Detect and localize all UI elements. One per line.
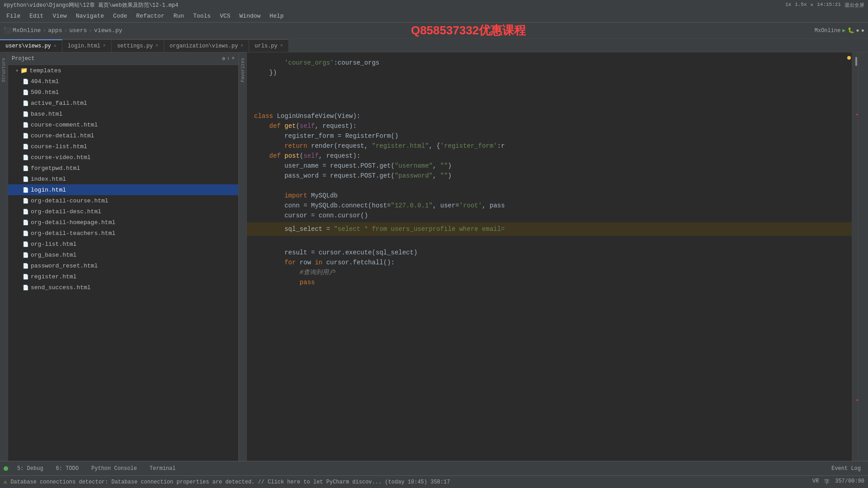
breadcrumb-views[interactable]: views.py: [94, 27, 122, 34]
tab-org-views[interactable]: organization\views.py ×: [164, 39, 249, 52]
tree-label-course-comment: course-comment.html: [31, 122, 98, 128]
folder-expand-icon: ▾: [15, 67, 19, 74]
tree-item-org-detail-desc[interactable]: 📄 org-detail-desc.html: [8, 206, 238, 217]
menu-edit[interactable]: Edit: [26, 12, 47, 20]
tree-label-base: base.html: [31, 111, 62, 117]
speed-1x[interactable]: 1x: [785, 2, 791, 9]
tab-close-settings[interactable]: ×: [156, 43, 158, 48]
file-icon-course-detail: 📄: [23, 133, 29, 139]
file-icon-login: 📄: [23, 187, 29, 193]
window-title: #python\video\Django网站\12章 葛页\web效果及防范\1…: [4, 1, 178, 9]
tree-item-org-base[interactable]: 📄 org_base.html: [8, 249, 238, 260]
file-icon-register: 📄: [23, 274, 29, 280]
sidebar-settings-icon[interactable]: ⚙: [222, 56, 225, 61]
file-icon-org-detail-homepage: 📄: [23, 220, 29, 225]
editor-area[interactable]: 'course_orgs':course_orgs }) class Login…: [247, 52, 858, 461]
breadcrumb-label-mxonline[interactable]: MxOnline: [13, 27, 41, 34]
menu-vcs[interactable]: VCS: [216, 12, 234, 20]
tree-item-password-reset[interactable]: 📄 password_reset.html: [8, 260, 238, 271]
tree-item-base[interactable]: 📄 base.html: [8, 108, 238, 119]
debug-button[interactable]: 🐛: [848, 27, 854, 34]
coverage-button[interactable]: ●: [856, 28, 859, 34]
tab-event-log[interactable]: Event Log: [828, 465, 864, 473]
code-display: 'course_orgs':course_orgs }): [247, 56, 858, 99]
file-icon-404: 📄: [23, 79, 29, 84]
tree-item-course-video[interactable]: 📄 course-video.html: [8, 152, 238, 163]
code-content[interactable]: 'course_orgs':course_orgs }) class Login…: [247, 52, 858, 461]
tab-users-views[interactable]: users\views.py ×: [0, 39, 62, 52]
tab-debug[interactable]: 5: Debug: [14, 465, 47, 473]
tree-item-index[interactable]: 📄 index.html: [8, 174, 238, 184]
menu-help[interactable]: Help: [266, 12, 287, 20]
tree-label-templates: templates: [29, 67, 61, 74]
menu-navigate[interactable]: Navigate: [72, 12, 108, 20]
structure-tab[interactable]: Structure: [0, 54, 7, 86]
tree-item-course-detail[interactable]: 📄 course-detail.html: [8, 130, 238, 141]
menu-view[interactable]: View: [49, 12, 70, 20]
tab-settings[interactable]: settings.py ×: [112, 39, 164, 52]
menu-refactor[interactable]: Refactor: [132, 12, 168, 20]
tree-item-org-detail-homepage[interactable]: 📄 org-detail-homepage.html: [8, 217, 238, 228]
tab-todo[interactable]: 6: TODO: [52, 465, 82, 473]
sidebar-expand-icon[interactable]: ↕: [227, 56, 230, 61]
tab-close-users-views[interactable]: ×: [54, 44, 57, 49]
promo-banner: Q858537332优惠课程: [125, 23, 812, 38]
tree-item-forgetpwd[interactable]: 📄 forgetpwd.html: [8, 163, 238, 174]
tab-close-urls[interactable]: ×: [280, 43, 283, 48]
folder-icon: 📁: [20, 67, 28, 74]
menu-run[interactable]: Run: [170, 12, 188, 20]
editor-container: Favorites 'course_orgs':course_orgs }) c…: [239, 52, 868, 461]
favorites-tab[interactable]: Favorites: [240, 54, 246, 86]
menu-tools[interactable]: Tools: [189, 12, 214, 20]
tab-close-login[interactable]: ×: [103, 43, 106, 48]
tree-item-send-success[interactable]: 📄 send_success.html: [8, 282, 238, 293]
tree-item-500[interactable]: 📄 500.html: [8, 87, 238, 98]
tab-terminal[interactable]: Terminal: [146, 465, 179, 473]
run-button[interactable]: ▶: [842, 27, 845, 34]
speed-15x[interactable]: 1.5x: [795, 2, 807, 9]
some-icon[interactable]: ✕: [811, 2, 814, 9]
scrollbar-track[interactable]: [852, 52, 858, 461]
menu-code[interactable]: Code: [109, 12, 131, 20]
breadcrumb-mxonline[interactable]: ⬛: [4, 27, 11, 34]
tree-item-templates[interactable]: ▾ 📁 templates: [8, 65, 238, 76]
breadcrumb-apps[interactable]: apps: [48, 27, 62, 34]
tree-label-404: 404.html: [31, 78, 59, 85]
profile-button[interactable]: ●: [861, 28, 864, 34]
sidebar-close-icon[interactable]: ×: [231, 56, 235, 61]
error-marker-2: [856, 399, 858, 401]
status-bar: ⚠ Database connections detector: Databas…: [0, 475, 868, 488]
menu-window[interactable]: Window: [236, 12, 264, 20]
file-icon-course-video: 📄: [23, 155, 29, 160]
tree-item-404[interactable]: 📄 404.html: [8, 76, 238, 87]
tree-item-course-comment[interactable]: 📄 course-comment.html: [8, 119, 238, 130]
structure-panel: Structure: [0, 52, 8, 461]
tab-login-html[interactable]: login.html ×: [62, 39, 112, 52]
tree-item-active-fail[interactable]: 📄 active_fail.html: [8, 98, 238, 108]
tree-label-org-base: org_base.html: [31, 252, 76, 258]
tree-label-send-success: send_success.html: [31, 284, 91, 291]
scrollbar-thumb[interactable]: [855, 57, 857, 66]
tab-close-org-views[interactable]: ×: [241, 43, 243, 48]
title-bar-controls: 1x 1.5x ✕ 14:15:21 退出全屏: [785, 2, 864, 9]
sidebar-icons: ⚙ ↕ ×: [222, 56, 235, 61]
status-notification[interactable]: Database connections detector: Database …: [10, 479, 809, 485]
tab-urls[interactable]: urls.py ×: [249, 39, 288, 52]
tree-item-org-list[interactable]: 📄 org-list.html: [8, 239, 238, 249]
tab-python-console[interactable]: Python Console: [88, 465, 141, 473]
tree-item-org-detail-teachers[interactable]: 📄 org-detail-teachers.html: [8, 228, 238, 239]
exit-fullscreen-button[interactable]: 退出全屏: [844, 2, 864, 9]
tab-bar: users\views.py × login.html × settings.p…: [0, 39, 868, 52]
tree-item-register[interactable]: 📄 register.html: [8, 271, 238, 282]
main-layout: Structure Project ⚙ ↕ × ▾ 📁 templates 📄 …: [0, 52, 868, 461]
tree-item-login[interactable]: 📄 login.html: [8, 184, 238, 195]
sidebar: Project ⚙ ↕ × ▾ 📁 templates 📄 404.html 📄…: [8, 52, 239, 461]
tree-item-org-detail-course[interactable]: 📄 org-detail-course.html: [8, 195, 238, 206]
code-class-def: class LoginUnsafeView(View): def get(sel…: [247, 99, 858, 222]
favorites-panel: Favorites: [239, 52, 247, 461]
file-icon-org-list: 📄: [23, 241, 29, 247]
debug-dot: [4, 466, 8, 471]
breadcrumb-users[interactable]: users: [69, 27, 87, 34]
tree-item-course-list[interactable]: 📄 course-list.html: [8, 141, 238, 152]
menu-file[interactable]: File: [3, 12, 24, 20]
